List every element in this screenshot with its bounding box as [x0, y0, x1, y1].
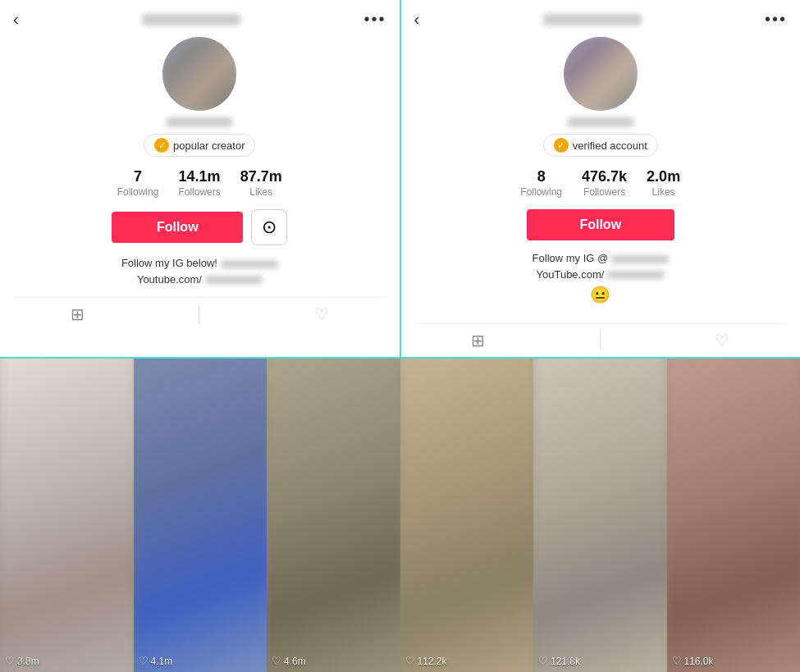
right-following-label: Following: [520, 186, 562, 198]
right-stat-followers: 476.7k Followers: [582, 168, 627, 198]
thumb-5-count: 121.8k: [551, 656, 580, 667]
left-following-label: Following: [117, 186, 159, 198]
left-tab-divider: [199, 304, 199, 324]
right-tabs-row: ⊞ ♡: [414, 323, 788, 357]
thumb-2-stat: ♡ 4.1m: [139, 655, 173, 667]
left-stat-following: 7 Following: [117, 168, 159, 198]
right-stat-likes: 2.0m Likes: [647, 168, 680, 198]
thumb-4-heart-icon: ♡: [405, 655, 415, 667]
left-following-value: 7: [134, 168, 142, 185]
thumb-3-heart-icon: ♡: [272, 655, 281, 667]
right-likes-value: 2.0m: [647, 168, 680, 185]
thumb-2[interactable]: ♡ 4.1m: [134, 359, 267, 672]
left-likes-label: Likes: [249, 186, 272, 198]
thumb-6-heart-icon: ♡: [672, 655, 682, 667]
left-likes-value: 87.7m: [240, 168, 282, 185]
thumb-5[interactable]: ♡ 121.8k: [533, 359, 667, 672]
thumb-6-count: 116.0k: [684, 656, 714, 667]
right-followers-value: 476.7k: [582, 168, 627, 185]
left-instagram-button[interactable]: ⊙: [251, 209, 287, 245]
left-more-button[interactable]: •••: [363, 10, 386, 29]
left-username: [142, 14, 240, 25]
left-avatar: [162, 37, 236, 111]
thumb-5-heart-icon: ♡: [538, 655, 548, 667]
thumb-1-stat: ♡ 3.8m: [5, 655, 39, 667]
right-more-button[interactable]: •••: [765, 10, 787, 29]
left-handle: [167, 117, 232, 127]
right-top-bar: ‹ •••: [414, 10, 788, 29]
right-bio-blur1: [611, 255, 669, 263]
left-tabs-row: ⊞ ♡: [13, 297, 386, 331]
thumb-2-heart-icon: ♡: [139, 655, 149, 667]
instagram-icon: ⊙: [262, 217, 277, 238]
right-badge: ✓ verified account: [543, 134, 658, 157]
left-profile-panel: ‹ ••• ✓ popular creator 7 Following 14.1…: [0, 0, 401, 357]
left-grid-tab[interactable]: ⊞: [71, 304, 85, 324]
left-follow-button[interactable]: Follow: [112, 212, 243, 243]
right-badge-label: verified account: [573, 139, 647, 152]
thumb-1-heart-icon: ♡: [5, 655, 15, 667]
thumb-1-count: 3.8m: [17, 656, 39, 667]
right-stat-following: 8 Following: [520, 168, 562, 198]
right-bio-line2: YouTube.com/: [533, 267, 669, 283]
right-bio-blur2: [607, 271, 665, 279]
thumb-4[interactable]: ♡ 112.2k: [400, 359, 534, 672]
left-bio-line1: Follow my IG below!: [121, 255, 278, 272]
thumb-2-count: 4.1m: [151, 656, 173, 667]
right-badge-icon: ✓: [554, 138, 569, 153]
left-bio-line2: Youtube.com/: [121, 272, 278, 288]
left-stat-likes: 87.7m Likes: [240, 168, 282, 198]
thumb-6-stat: ♡ 116.0k: [672, 655, 714, 667]
left-stat-followers: 14.1m Followers: [178, 168, 220, 198]
right-bio-emoji: 😐: [533, 282, 669, 307]
thumb-3-stat: ♡ 4.6m: [272, 655, 306, 667]
right-tab-divider: [600, 331, 601, 350]
thumb-4-stat: ♡ 112.2k: [405, 655, 447, 667]
right-bio: Follow my IG @ YouTube.com/ 😐: [533, 250, 669, 313]
right-back-button[interactable]: ‹: [414, 10, 420, 29]
thumb-3-count: 4.6m: [284, 656, 306, 667]
left-followers-value: 14.1m: [179, 168, 221, 185]
right-stats-row: 8 Following 476.7k Followers 2.0m Likes: [520, 168, 680, 198]
left-bio: Follow my IG below! Youtube.com/: [121, 255, 278, 287]
left-top-bar: ‹ •••: [13, 10, 386, 29]
right-following-value: 8: [537, 168, 546, 185]
thumbnails-row: ♡ 3.8m ♡ 4.1m ♡ 4.6m ♡ 112.2k ♡ 121.8k: [0, 359, 800, 672]
right-avatar: [564, 37, 638, 111]
right-followers-label: Followers: [583, 186, 625, 198]
left-badge-icon: ✓: [154, 138, 169, 153]
right-follow-button[interactable]: Follow: [527, 209, 674, 240]
thumb-5-stat: ♡ 121.8k: [538, 655, 580, 667]
right-bio-line1: Follow my IG @: [533, 250, 669, 267]
left-followers-label: Followers: [178, 186, 220, 198]
left-bio-blur2: [205, 276, 263, 284]
left-liked-tab[interactable]: ♡: [314, 304, 329, 324]
left-badge: ✓ popular creator: [144, 134, 255, 157]
left-back-button[interactable]: ‹: [13, 10, 19, 29]
right-handle: [568, 117, 633, 127]
left-stats-row: 7 Following 14.1m Followers 87.7m Likes: [117, 168, 282, 198]
left-action-row: Follow ⊙: [112, 209, 287, 245]
right-likes-label: Likes: [652, 186, 675, 198]
right-liked-tab[interactable]: ♡: [715, 331, 729, 350]
left-badge-label: popular creator: [173, 139, 245, 152]
left-bio-blur1: [221, 260, 278, 268]
thumb-3[interactable]: ♡ 4.6m: [267, 359, 400, 672]
right-username: [543, 14, 642, 25]
thumb-6[interactable]: ♡ 116.0k: [667, 359, 801, 672]
right-profile-panel: ‹ ••• ✓ verified account 8 Following 476…: [401, 0, 801, 357]
right-grid-tab[interactable]: ⊞: [471, 331, 485, 350]
thumb-1[interactable]: ♡ 3.8m: [0, 359, 134, 672]
thumb-4-count: 112.2k: [418, 656, 447, 667]
right-action-row: Follow: [527, 209, 674, 240]
